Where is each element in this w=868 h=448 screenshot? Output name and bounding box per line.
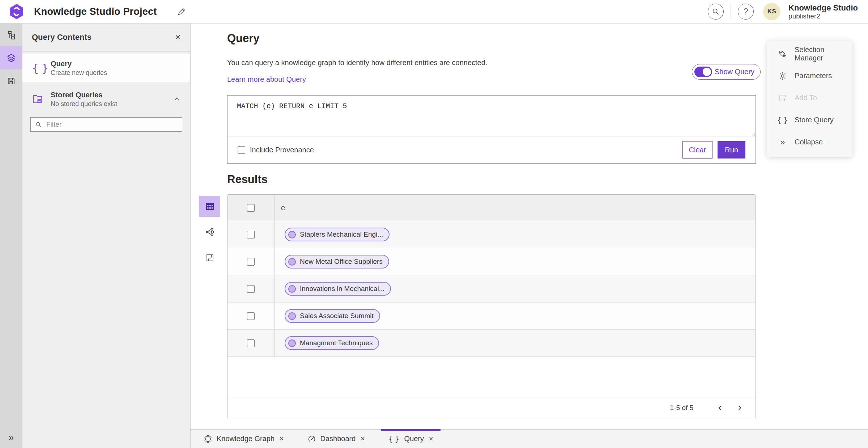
entity-label: Managment Techniques xyxy=(300,339,373,347)
question-icon: ? xyxy=(744,8,748,16)
stored-queries-title: Stored Queries xyxy=(51,91,117,99)
entity-label: Staplers Mechanical Engi... xyxy=(300,231,383,238)
row-checkbox[interactable] xyxy=(247,285,255,293)
entity-dot-icon xyxy=(288,285,296,293)
page-description: You can query a knowledge graph to ident… xyxy=(227,59,487,67)
learn-more-link[interactable]: Learn more about Query xyxy=(227,75,306,84)
knowledge-graph-icon xyxy=(204,435,212,443)
selection-manager-icon xyxy=(778,49,787,59)
entity-label: Innovations in Mechanical... xyxy=(300,285,384,293)
entity-pill[interactable]: Managment Techniques xyxy=(285,336,379,350)
close-tab-icon[interactable]: ✕ xyxy=(360,435,365,442)
next-page-button[interactable] xyxy=(732,401,747,415)
entity-pill[interactable]: Innovations in Mechanical... xyxy=(285,282,391,296)
menu-item-collapse[interactable]: » Collapse xyxy=(767,131,852,153)
entity-dot-icon xyxy=(288,312,296,320)
header-divider xyxy=(731,4,731,19)
entity-dot-icon xyxy=(288,258,296,266)
editor-footer: Include Provenance Clear Run xyxy=(227,136,756,163)
user-role: publisher2 xyxy=(788,12,858,20)
view-tab-bar: Knowledge Graph ✕ Dashboard ✕ { } Query … xyxy=(191,429,868,448)
pagination-bar: 1-5 of 5 xyxy=(227,397,756,418)
link-chart-view-button[interactable] xyxy=(199,221,220,242)
chevron-up-icon[interactable] xyxy=(174,96,181,103)
tab-query[interactable]: { } Query ✕ xyxy=(381,430,441,448)
table-row: New Metal Office Suppliers xyxy=(227,248,756,275)
include-provenance-checkbox[interactable] xyxy=(238,146,245,154)
close-tab-icon[interactable]: ✕ xyxy=(279,435,284,442)
table-row: Innovations in Mechanical... xyxy=(227,275,756,303)
row-checkbox[interactable] xyxy=(247,312,255,320)
menu-item-label: Add To xyxy=(795,94,817,102)
menu-item-add-to: Add To xyxy=(767,87,852,109)
toggle-knob xyxy=(702,67,712,77)
previous-page-button[interactable] xyxy=(713,401,727,415)
panel-header: Query Contents ✕ xyxy=(22,23,190,52)
gear-icon xyxy=(778,71,787,81)
layers-button[interactable] xyxy=(0,46,22,69)
select-all-checkbox[interactable] xyxy=(247,204,255,212)
tab-label: Dashboard xyxy=(320,435,356,443)
entity-pill[interactable]: Staplers Mechanical Engi... xyxy=(285,228,390,241)
close-tab-icon[interactable]: ✕ xyxy=(429,435,433,442)
query-actions-menu: Selection Manager Parameters xyxy=(767,41,852,157)
panel-item-stored-queries[interactable]: Stored Queries No stored queries exist xyxy=(22,85,190,113)
page-title: Query xyxy=(227,32,260,45)
menu-item-parameters[interactable]: Parameters xyxy=(767,65,852,87)
panel-item-query[interactable]: { } Query Create new queries xyxy=(22,54,190,82)
entity-pill[interactable]: New Metal Office Suppliers xyxy=(285,255,389,269)
braces-icon: { } xyxy=(32,62,51,75)
app-screen: Knowledge Studio Project ? KS Knowledge … xyxy=(0,0,868,448)
run-button[interactable]: Run xyxy=(718,141,745,159)
entity-pill[interactable]: Sales Associate Summit xyxy=(285,309,380,323)
data-model-button[interactable] xyxy=(0,23,22,46)
filter-field xyxy=(30,117,182,132)
clear-button[interactable]: Clear xyxy=(682,141,713,159)
query-contents-panel: Query Contents ✕ { } Query Create new qu… xyxy=(22,23,191,448)
app-logo-icon xyxy=(9,4,24,19)
user-org-name: Knowledge Studio xyxy=(788,3,858,12)
user-info[interactable]: Knowledge Studio publisher2 xyxy=(788,3,861,20)
query-input[interactable]: MATCH (e) RETURN e LIMIT 5 xyxy=(227,96,756,136)
edit-title-icon[interactable] xyxy=(177,7,186,16)
dashboard-gauge-icon xyxy=(307,435,316,443)
query-editor: MATCH (e) RETURN e LIMIT 5 Include Prove… xyxy=(227,95,756,164)
show-query-toggle[interactable]: Show Query xyxy=(692,64,761,80)
menu-item-store-query[interactable]: { } Store Query xyxy=(767,109,852,131)
results-title: Results xyxy=(227,173,268,186)
left-icon-rail: » xyxy=(0,23,22,448)
tab-label: Query xyxy=(404,435,424,443)
query-braces-icon: { } xyxy=(388,435,400,443)
table-view-button[interactable] xyxy=(199,196,220,217)
tab-knowledge-graph[interactable]: Knowledge Graph ✕ xyxy=(196,430,292,448)
menu-item-label: Collapse xyxy=(795,138,823,146)
row-checkbox[interactable] xyxy=(247,231,255,238)
tab-dashboard[interactable]: Dashboard ✕ xyxy=(300,430,373,448)
show-query-label: Show Query xyxy=(715,68,754,76)
filter-input[interactable] xyxy=(46,120,178,129)
pagination-range: 1-5 of 5 xyxy=(670,404,693,412)
row-checkbox[interactable] xyxy=(247,258,255,266)
search-button[interactable] xyxy=(708,4,724,20)
help-button[interactable]: ? xyxy=(738,4,754,20)
app-header: Knowledge Studio Project ? KS Knowledge … xyxy=(0,0,868,24)
user-avatar[interactable]: KS xyxy=(763,3,780,20)
save-button[interactable] xyxy=(0,69,22,93)
close-panel-icon[interactable]: ✕ xyxy=(175,33,181,42)
menu-item-selection-manager[interactable]: Selection Manager xyxy=(767,43,852,65)
stored-queries-folder-icon xyxy=(32,93,51,105)
header-checkbox-cell xyxy=(227,195,275,221)
row-checkbox[interactable] xyxy=(247,339,255,347)
menu-item-label: Store Query xyxy=(795,116,834,124)
tab-label: Knowledge Graph xyxy=(217,435,275,443)
panel-title: Query Contents xyxy=(32,33,92,42)
toggle-switch[interactable] xyxy=(694,67,712,77)
table-empty-space xyxy=(227,357,756,397)
menu-item-label: Parameters xyxy=(795,72,832,80)
stored-queries-subtitle: No stored queries exist xyxy=(51,100,117,108)
filter-search-icon xyxy=(35,121,42,128)
menu-item-label: Selection Manager xyxy=(795,46,852,62)
expand-rail-button[interactable]: » xyxy=(0,427,22,448)
table-row: Sales Associate Summit xyxy=(227,303,756,330)
map-view-button[interactable] xyxy=(199,247,220,268)
